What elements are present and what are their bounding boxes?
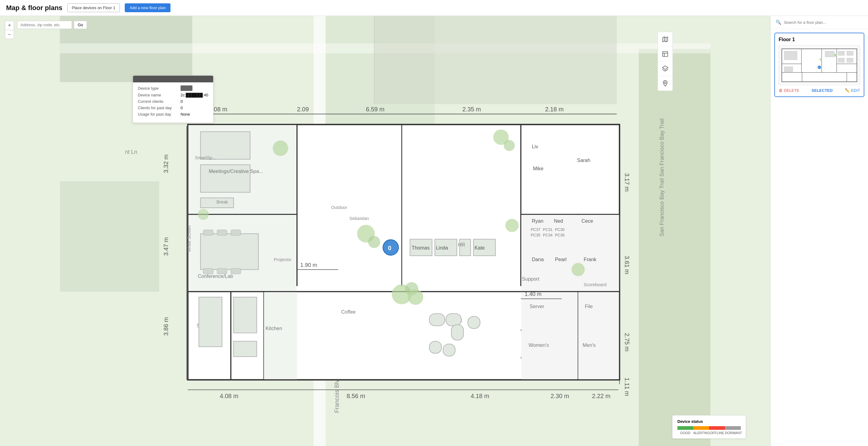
svg-point-75	[368, 236, 380, 248]
page-title: Map & floor plans	[6, 4, 63, 12]
svg-rect-136	[234, 341, 257, 357]
svg-text:2.09: 2.09	[297, 106, 309, 113]
address-input[interactable]	[17, 21, 72, 29]
zoom-out-button[interactable]: −	[5, 30, 14, 39]
svg-rect-150	[663, 51, 668, 56]
panel-icon-bar	[657, 32, 673, 91]
svg-rect-132	[429, 341, 442, 354]
svg-point-175	[834, 54, 837, 56]
svg-text:3.32 m: 3.32 m	[162, 154, 169, 173]
map-svg: Terry A Fra... Francois Blvd San Francis…	[0, 16, 770, 446]
delete-floor-button[interactable]: 🗑 DELETE	[779, 88, 799, 93]
delete-label: DELETE	[784, 88, 799, 93]
svg-text:Liv: Liv	[532, 144, 538, 149]
device-type-row: Device type	[138, 85, 208, 91]
go-button[interactable]: Go	[74, 21, 87, 29]
svg-text:Break: Break	[217, 200, 228, 204]
place-devices-button[interactable]: Place devices on Floor 1	[67, 3, 120, 12]
svg-text:Frank: Frank	[584, 257, 596, 262]
svg-text:HR: HR	[458, 242, 465, 247]
svg-text:2.35 m: 2.35 m	[462, 106, 481, 113]
svg-rect-133	[443, 344, 455, 356]
legend-title: Device status	[677, 419, 741, 424]
svg-rect-167	[784, 51, 797, 60]
map-zoom-controls: + −	[5, 21, 14, 39]
floor-plan-search-input[interactable]	[784, 20, 863, 25]
floor-plan-view-button[interactable]	[658, 47, 673, 61]
svg-text:Dana: Dana	[532, 257, 544, 262]
usage-past-day-row: Usage for past day None	[138, 112, 208, 117]
svg-rect-166	[784, 67, 793, 72]
popup-header	[133, 76, 213, 82]
svg-rect-83	[217, 230, 227, 235]
trash-icon: 🗑	[779, 88, 783, 93]
svg-text:3.86 m: 3.86 m	[162, 317, 169, 336]
svg-text:Server: Server	[530, 303, 545, 309]
clients-past-day-row: Clients for past day 0	[138, 106, 208, 110]
floor-thumbnail: 0	[779, 46, 860, 85]
map-area[interactable]: + − Go Terry A Fra... Francois Blvd	[0, 16, 770, 446]
svg-text:Support: Support	[522, 276, 539, 281]
usage-past-day-label: Usage for past day	[138, 112, 181, 117]
svg-rect-7	[374, 16, 617, 104]
svg-text:San Francisco Bay Trail San Fr: San Francisco Bay Trail San Francisco Ba…	[659, 119, 665, 236]
svg-marker-153	[662, 66, 668, 69]
edit-floor-button[interactable]: ✏️ EDIT	[845, 88, 860, 93]
svg-text:PC35: PC35	[531, 233, 540, 237]
svg-text:Cece: Cece	[582, 218, 593, 224]
svg-text:1.11 m: 1.11 m	[624, 378, 630, 396]
svg-rect-128	[429, 314, 445, 326]
legend-label-good: GOOD	[677, 431, 693, 435]
svg-text:Kate: Kate	[474, 245, 485, 250]
layers-button[interactable]	[658, 61, 673, 76]
svg-text:Men's: Men's	[583, 342, 596, 348]
add-floor-plan-button[interactable]: Add a new floor plan	[125, 3, 171, 12]
svg-text:2.18 m: 2.18 m	[545, 106, 564, 113]
device-type-label: Device type	[138, 86, 181, 91]
zoom-in-button[interactable]: +	[5, 21, 14, 30]
svg-point-176	[819, 58, 822, 61]
svg-rect-84	[231, 230, 241, 235]
panel-search: 🔍	[771, 16, 868, 29]
svg-rect-172	[847, 58, 853, 62]
svg-point-73	[505, 219, 519, 232]
svg-point-154	[664, 82, 666, 84]
svg-rect-134	[199, 297, 222, 347]
selected-label: SELECTED	[812, 88, 833, 93]
svg-rect-3	[60, 181, 159, 292]
svg-point-79	[198, 209, 209, 220]
svg-text:Scoreboard: Scoreboard	[584, 282, 607, 287]
svg-rect-168	[825, 51, 834, 57]
svg-text:8.56 m: 8.56 m	[346, 393, 365, 399]
svg-text:PC34: PC34	[543, 233, 553, 237]
svg-text:nt Ln: nt Ln	[125, 149, 137, 155]
svg-text:Pearl: Pearl	[555, 257, 567, 262]
svg-text:Kitchen: Kitchen	[266, 326, 282, 331]
legend-label-dormant: DORMANT	[725, 431, 741, 435]
right-panel: 🔍 Floor 1	[770, 16, 868, 446]
clients-past-day-value: 0	[181, 106, 183, 110]
map-view-button[interactable]	[658, 32, 673, 47]
svg-text:2.30 m: 2.30 m	[551, 393, 569, 399]
svg-text:Mike: Mike	[533, 166, 543, 171]
current-clients-row: Current clients 0	[138, 99, 208, 104]
legend-label-alerting: ALERTING	[693, 431, 709, 435]
legend-dormant	[725, 426, 741, 430]
svg-text:Outdoor: Outdoor	[331, 205, 347, 210]
svg-rect-130	[452, 325, 464, 340]
legend-label-offline: OFFLINE	[709, 431, 725, 435]
svg-text:2.75 m: 2.75 m	[624, 333, 630, 351]
svg-rect-81	[200, 234, 258, 270]
location-button[interactable]	[658, 76, 673, 91]
svg-point-80	[571, 263, 585, 276]
svg-text:Sarah: Sarah	[577, 157, 590, 163]
svg-text:Conference/Lab: Conference/Lab	[198, 273, 233, 279]
svg-text:Ned: Ned	[554, 218, 563, 224]
device-type-chip	[181, 85, 192, 91]
svg-text:1.40 m: 1.40 m	[525, 291, 541, 297]
pencil-icon: ✏️	[845, 88, 850, 93]
legend-bar	[677, 426, 741, 430]
svg-text:0: 0	[388, 245, 391, 251]
svg-text:Meetings/Creative Spa...: Meetings/Creative Spa...	[209, 169, 263, 174]
svg-text:Women's: Women's	[529, 342, 549, 348]
